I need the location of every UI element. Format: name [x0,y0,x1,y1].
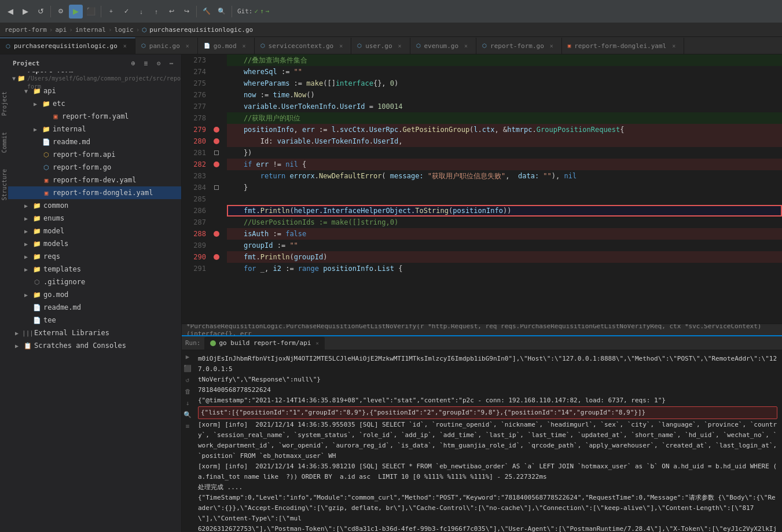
tree-gitignore[interactable]: ▶ ⬡ .gitignore [8,276,181,288]
tree-rf-donglei-yaml[interactable]: ▶ ▣ report-form-donglei.yaml [8,186,181,199]
line-numbers: 273 274 275 276 277 278 279 280 281 282 … [182,54,211,324]
tree-models[interactable]: ▶ 📁 models [8,237,181,250]
tab-close-4[interactable]: × [396,42,404,50]
console-stop-icon[interactable]: ⬛ [183,364,192,372]
tree-reqs-label: reqs [43,252,60,261]
console-filter-icon[interactable]: ≡ [183,422,192,430]
sidebar-more[interactable]: ⋯ [166,58,177,68]
tab-yaml-icon: ▣ [568,43,571,49]
stop-button[interactable]: ⬛ [84,5,98,19]
tree-templates[interactable]: ▶ 📁 templates [8,263,181,276]
tab-close-5[interactable]: × [462,42,470,50]
tree-rf-api-label: report-form.api [53,151,115,159]
yaml-icon-3: ▣ [42,188,51,197]
tree-model-label: model [43,227,64,235]
tree-report-yaml[interactable]: ▶ ▣ report-form.yaml [8,110,181,123]
tab-close-1[interactable]: × [183,42,192,50]
run-tab-main[interactable]: go build report-form/api × [204,337,325,350]
fold-284 [214,185,219,190]
tree-etc[interactable]: ▶ 📁 etc [8,97,181,110]
tab-user[interactable]: ⬡ user.go × [351,38,410,54]
git-push-button[interactable]: ↑ [149,5,163,19]
breadcrumb-logic[interactable]: logic [115,26,134,34]
tab-purchaserequisitionlogic[interactable]: ⬡ purchaserequisitionlogic.go × [0,38,135,54]
forward-button[interactable]: ▶ [19,5,32,19]
activity-commit[interactable]: Commit [0,130,9,155]
git-update-button[interactable]: ↓ [134,5,148,19]
code-content[interactable]: //叠加查询条件集合 whereSql := "" whereParams :=… [222,54,782,324]
tab-servicecontext[interactable]: ⬡ servicecontext.go × [255,38,352,54]
git-commit-button[interactable]: ✓ [119,5,133,19]
run-config-button[interactable]: ⚙ [54,5,68,19]
code-line-279: positionInfo, err := l.svcCtx.UserRpc.Ge… [227,124,782,135]
tab-gomod[interactable]: 📄 go.mod × [198,38,255,54]
back-button[interactable]: ◀ [3,5,17,19]
tab-close-6[interactable]: × [548,42,556,50]
enums-arrow: ▶ [21,215,31,222]
tree-readme-api[interactable]: ▶ 📄 readme.md [8,135,181,148]
tree-etc-label: etc [53,100,65,108]
tree-internal[interactable]: ▶ 📁 internal [8,123,181,135]
code-line-276: now := time.Now() [227,89,782,101]
tab-close-7[interactable]: × [670,42,678,50]
sidebar-collapse[interactable]: ≡ [141,58,151,68]
breakpoint-279 [214,127,219,133]
tab-close-2[interactable]: × [240,42,248,50]
tree-external-libs[interactable]: ▶ ||| External Libraries [8,326,181,339]
tab-evenum[interactable]: ⬡ evenum.go × [410,38,477,54]
git-add-button[interactable]: + [104,5,118,19]
console-line-3: {"@timestamp":"2021-12-14T14:36:35.819+0… [198,395,777,406]
build-button[interactable]: 🔨 [200,5,214,19]
console-output[interactable]: m0iOjEsInJhbmRfbnVtIjoxNjM4OTI2MTE5LCJle… [193,350,782,532]
redo-button[interactable]: ↪ [179,5,193,19]
activity-structure[interactable]: Structure [0,167,9,203]
tab-reportform-donglei[interactable]: ▣ report-form-donglei.yaml × [562,38,684,54]
gitignore-icon: ⬡ [32,277,42,287]
breadcrumb-api[interactable]: api [55,26,67,34]
go-icon-1: ⬡ [42,163,51,172]
revert-button[interactable]: ↩ [164,5,178,19]
breadcrumb-internal[interactable]: internal [75,26,106,34]
tree-rf-go[interactable]: ▶ ⬡ report-form.go [8,161,181,174]
tree-common[interactable]: ▶ 📁 common [8,199,181,212]
sidebar-settings[interactable]: ⚙ [153,58,164,68]
tree-scratches[interactable]: ▶ 📋 Scratches and Consoles [8,339,181,352]
etc-folder-icon: 📁 [42,99,51,108]
enums-folder-icon: 📁 [32,214,42,223]
console-run-icon[interactable]: ▶ [183,353,192,361]
run-tab-close[interactable]: × [315,340,318,346]
tree-enums[interactable]: ▶ 📁 enums [8,212,181,225]
api-folder-icon: 📁 [32,86,42,96]
tree-reqs[interactable]: ▶ 📁 reqs [8,250,181,263]
tab-panic[interactable]: ⬡ panic.go × [135,38,198,54]
sidebar-new-file[interactable]: ⊕ [128,58,138,68]
model-folder-icon: 📁 [32,226,42,236]
activity-project[interactable]: Project [0,89,9,118]
tree-readme-root[interactable]: ▶ 📄 readme.md [8,301,181,314]
file-tree-panel: Project ⊕ ≡ ⚙ ⋯ ▼ 📁 report-form /Users/m… [8,54,182,532]
breadcrumb-report-form[interactable]: report-form [5,26,47,34]
console-scroll-icon[interactable]: ↓ [183,399,192,407]
console-line-9: {"TimeStamp":0,"Level":"info","Module":"… [198,493,777,524]
code-line-277: variable.UserTokenInfo.UserId = 100014 [227,101,782,112]
console-restart-icon[interactable]: ↺ [183,376,192,384]
tree-gomod[interactable]: ▶ 📁 go.mod [8,288,181,301]
run-button[interactable]: ▶ [69,5,83,19]
code-line-286: fmt.Println(helper.InterfaceHelperObject… [227,205,782,217]
toolbar-sep-4 [232,6,232,17]
tree-root[interactable]: ▼ 📁 report-form /Users/myself/Golang/com… [8,72,181,85]
console-trash-icon[interactable]: 🗑 [183,387,192,395]
tree-model[interactable]: ▶ 📁 model [8,225,181,237]
tree-tee[interactable]: ▶ 📄 tee [8,314,181,326]
tab-close-0[interactable]: × [121,42,129,50]
common-folder-icon: 📁 [32,201,42,210]
tree-rf-dev-yaml[interactable]: ▶ ▣ report-form-dev.yaml [8,174,181,186]
console-search-icon[interactable]: 🔍 [183,410,192,419]
tab-go-icon-5: ⬡ [416,43,421,49]
search-toolbar-button[interactable]: 🔍 [215,5,229,19]
tab-reportform[interactable]: ⬡ report-form.go × [476,38,562,54]
refresh-button[interactable]: ↺ [34,5,47,19]
tree-rf-api[interactable]: ▶ ⬡ report-form.api [8,148,181,161]
code-line-282: if err != nil { [227,159,782,170]
tab-close-3[interactable]: × [337,42,345,50]
